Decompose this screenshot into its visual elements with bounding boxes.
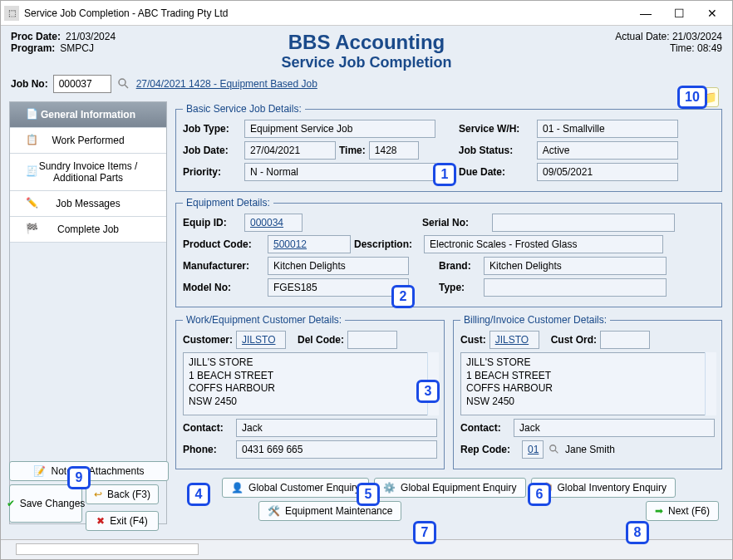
manufacturer-label: Manufacturer:	[183, 260, 264, 272]
exit-button[interactable]: ✖ Exit (F4)	[86, 511, 159, 531]
time-field: 1428	[369, 141, 419, 160]
sidebar-item-label: Work Performed	[52, 135, 124, 146]
notes-attachments-button[interactable]: 📝 Notes & Attachments	[9, 461, 169, 481]
arrow-right-icon: ➡	[655, 505, 663, 517]
titlebar: ⬚ Service Job Completion - ABC Trading P…	[1, 1, 732, 26]
work-customer-fieldset: Work/Equipment Customer Details: Custome…	[175, 314, 445, 469]
sidebar-item-complete-job[interactable]: 🏁 Complete Job	[10, 217, 166, 243]
pencil-icon: ✏️	[25, 197, 38, 210]
program-value: SMPCJ	[60, 42, 94, 54]
global-equipment-enquiry-button[interactable]: ⚙️ Global Equipment Enquiry	[374, 478, 525, 498]
app-title: BBS Accounting	[160, 31, 573, 54]
close-icon: ✖	[96, 515, 105, 527]
tools-icon: 🛠️	[268, 505, 280, 517]
proc-date-value: 21/03/2024	[66, 31, 116, 42]
job-link[interactable]: 27/04/2021 1428 - Equipment Based Job	[136, 78, 317, 90]
minimize-button[interactable]: —	[629, 2, 662, 25]
work-address-box: JILL'S STORE 1 BEACH STREET COFFS HARBOU…	[183, 352, 437, 415]
type-label: Type:	[439, 282, 480, 293]
cust-ord-field	[600, 331, 650, 349]
sidebar-item-general-information[interactable]: 📄 General Information	[10, 102, 166, 128]
scrollbar[interactable]	[705, 352, 716, 415]
description-label: Description:	[354, 238, 421, 250]
equipment-legend: Equipment Details:	[183, 197, 273, 209]
service-wh-field: 01 - Smallville	[537, 120, 678, 138]
app-window: ⬚ Service Job Completion - ABC Trading P…	[0, 0, 733, 560]
app-subtitle: Service Job Completion	[160, 54, 573, 71]
equipment-maintenance-button[interactable]: 🛠️ Equipment Maintenance	[258, 501, 401, 521]
svg-point-0	[119, 79, 125, 86]
svg-point-2	[550, 445, 556, 451]
back-button[interactable]: ↩ Back (F3)	[86, 484, 159, 504]
billing-customer-legend: Billing/Invoice Customer Details:	[460, 314, 610, 326]
sidebar-item-label: Job Messages	[56, 198, 120, 209]
time-label: Time:	[339, 145, 366, 156]
bill-contact-field: Jack	[514, 419, 715, 437]
action-buttons-row: 👤 Global Customer Enquiry ⚙️ Global Equi…	[174, 474, 724, 501]
job-status-label: Job Status:	[459, 145, 534, 156]
cust-ord-label: Cust Ord:	[551, 334, 597, 346]
priority-field: N - Normal	[244, 163, 435, 181]
sidebar-item-job-messages[interactable]: ✏️ Job Messages	[10, 191, 166, 217]
close-button[interactable]: ✕	[696, 2, 729, 25]
maximize-button[interactable]: ☐	[662, 2, 696, 25]
gear-icon: ⚙️	[383, 482, 396, 494]
sidebar-item-label: General Information	[41, 109, 135, 120]
product-code-label: Product Code:	[183, 238, 264, 250]
phone-label: Phone:	[183, 444, 233, 455]
folder-settings-icon[interactable]: 📁	[699, 87, 719, 107]
person-icon: 👤	[231, 482, 244, 494]
equip-id-field[interactable]: 000034	[244, 214, 303, 232]
bill-cust-field[interactable]: JILSTO	[489, 331, 539, 349]
work-customer-legend: Work/Equipment Customer Details:	[183, 314, 345, 326]
search-icon[interactable]	[547, 442, 562, 457]
billing-customer-fieldset: Billing/Invoice Customer Details: Cust: …	[453, 314, 722, 469]
job-no-input[interactable]	[53, 75, 111, 93]
next-button[interactable]: ➡ Next (F6)	[646, 501, 719, 521]
billing-address-box: JILL'S STORE 1 BEACH STREET COFFS HARBOU…	[460, 352, 715, 415]
header-time-label: Time:	[670, 42, 695, 54]
sidebar-item-work-performed[interactable]: 📋 Work Performed	[10, 128, 166, 154]
svg-line-1	[125, 85, 128, 88]
job-no-label: Job No:	[11, 78, 48, 90]
check-icon: ✔	[7, 498, 15, 509]
job-type-field: Equipment Service Job	[244, 120, 435, 138]
equip-id-label: Equip ID:	[183, 217, 241, 228]
global-customer-enquiry-button[interactable]: 👤 Global Customer Enquiry	[222, 478, 369, 498]
service-wh-label: Service W/H:	[459, 123, 534, 135]
proc-date-label: Proc Date:	[11, 31, 61, 42]
search-icon[interactable]	[116, 76, 131, 91]
flag-icon: 🏁	[25, 223, 38, 236]
basic-legend: Basic Service Job Details:	[183, 103, 305, 115]
brand-label: Brand:	[439, 260, 480, 272]
type-field	[484, 278, 667, 297]
global-inventory-enquiry-button[interactable]: 📦 Global Inventory Enquiry	[531, 478, 676, 498]
header-time-value: 08:49	[697, 42, 722, 54]
content-panel: Basic Service Job Details: Job Type: Equ…	[174, 101, 724, 524]
app-icon: ⬚	[4, 6, 19, 21]
del-code-field	[347, 331, 397, 349]
scrollbar[interactable]	[427, 352, 439, 415]
rep-code-label: Rep Code:	[460, 444, 519, 455]
customer-field[interactable]: JILSTO	[236, 331, 286, 349]
job-no-row: Job No: 27/04/2021 1428 - Equipment Base…	[1, 71, 732, 101]
product-code-field[interactable]: 500012	[268, 235, 351, 253]
program-label: Program:	[11, 42, 55, 54]
contact-label: Contact:	[183, 422, 233, 434]
statusbar-segment	[16, 543, 199, 555]
basic-service-job-fieldset: Basic Service Job Details: Job Type: Equ…	[175, 103, 722, 192]
rep-code-field[interactable]: 01	[522, 440, 544, 459]
manufacturer-field: Kitchen Delights	[268, 257, 409, 275]
contact-field: Jack	[236, 419, 437, 437]
form-icon: 📄	[25, 108, 38, 121]
save-changes-button[interactable]: ✔ Save Changes	[9, 484, 82, 523]
sidebar-item-label: Complete Job	[57, 224, 119, 235]
box-icon: 📦	[540, 482, 553, 494]
bill-contact-label: Contact:	[460, 422, 510, 434]
invoice-icon: 🧾	[25, 165, 38, 179]
brand-field: Kitchen Delights	[484, 257, 667, 275]
sidebar-item-sundry-invoice[interactable]: 🧾 Sundry Invoice Items / Additional Part…	[10, 154, 166, 191]
rep-name: Jane Smith	[565, 444, 615, 455]
note-icon: 📝	[33, 465, 46, 477]
model-no-field: FGES185	[268, 278, 409, 297]
